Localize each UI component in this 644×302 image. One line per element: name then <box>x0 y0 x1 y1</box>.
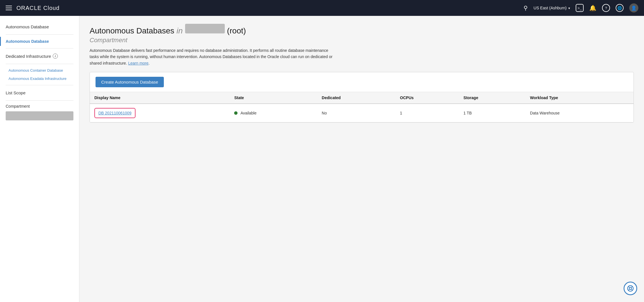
col-state: State <box>230 92 317 104</box>
workload-type-label: Data Warehouse <box>530 111 560 115</box>
svg-line-3 <box>631 286 632 288</box>
main-content: Autonomous Databases in (root) Compartme… <box>79 16 644 302</box>
globe-icon[interactable]: 🌐 <box>616 4 624 12</box>
chevron-down-icon <box>568 6 570 10</box>
container-db-label: Autonomous Container Database <box>9 68 63 73</box>
bell-icon[interactable]: 🔔 <box>589 5 596 11</box>
lifebuoy-icon <box>627 285 634 292</box>
table-row: DB 202110061009 Available No 1 1 TB <box>90 104 634 122</box>
sidebar-breadcrumb: Autonomous Database <box>0 22 79 32</box>
page-subtitle: Compartment <box>90 37 634 44</box>
card-toolbar: Create Autonomous Database <box>90 72 634 92</box>
sidebar-divider-5 <box>6 100 73 101</box>
page-title: Autonomous Databases <box>90 26 174 35</box>
compartment-pill <box>185 24 225 33</box>
compartment-selector[interactable] <box>6 111 73 120</box>
help-icon[interactable]: ? <box>602 4 610 12</box>
col-storage: Storage <box>459 92 526 104</box>
table-header: Display Name State Dedicated OCPUs Stora… <box>90 92 634 104</box>
page-description: Autonomous Database delivers fast perfor… <box>90 47 333 66</box>
sidebar-divider-3 <box>6 64 73 64</box>
sidebar-active-label: Autonomous Database <box>6 39 49 44</box>
sidebar-item-exadata[interactable]: Autonomous Exadata Infrastructure <box>0 75 79 83</box>
col-display-name: Display Name <box>90 92 230 104</box>
dedicated-label: Dedicated Infrastructure <box>6 54 51 59</box>
list-scope-label: List Scope <box>6 90 26 95</box>
content-card: Create Autonomous Database Display Name … <box>90 72 634 123</box>
page-title-in: in <box>177 26 183 35</box>
cell-ocpus: 1 <box>395 104 459 122</box>
sidebar-divider-2 <box>6 48 73 48</box>
description-text: Autonomous Database delivers fast perfor… <box>90 48 332 65</box>
sidebar-divider-4 <box>6 85 73 85</box>
cell-workload-type: Data Warehouse <box>526 104 634 122</box>
exadata-label: Autonomous Exadata Infrastructure <box>9 76 67 81</box>
terminal-icon[interactable]: >_ <box>576 4 584 12</box>
table-body: DB 202110061009 Available No 1 1 TB <box>90 104 634 122</box>
compartment-label: Compartment <box>0 103 79 110</box>
region-label: US East (Ashburn) <box>533 6 567 10</box>
sidebar-dedicated-section: Dedicated Infrastructure i <box>0 51 79 61</box>
status-cell: Available <box>234 111 313 115</box>
svg-point-1 <box>629 287 632 290</box>
search-icon[interactable]: ⚲ <box>524 5 528 11</box>
hamburger-menu[interactable] <box>6 6 12 10</box>
cell-storage: 1 TB <box>459 104 526 122</box>
col-dedicated: Dedicated <box>317 92 395 104</box>
db-link-cell: DB 202110061009 <box>94 108 135 118</box>
create-autonomous-database-button[interactable]: Create Autonomous Database <box>96 77 164 87</box>
cell-state: Available <box>230 104 317 122</box>
learn-more-link[interactable]: Learn more <box>128 61 149 65</box>
status-dot <box>234 111 238 115</box>
page-title-row: Autonomous Databases in (root) <box>90 24 634 35</box>
cell-display-name: DB 202110061009 <box>90 104 230 122</box>
svg-line-4 <box>631 289 632 290</box>
status-label: Available <box>240 111 257 115</box>
user-avatar[interactable]: 👤 <box>629 3 638 12</box>
db-link[interactable]: DB 202110061009 <box>98 111 132 115</box>
page-title-root: (root) <box>227 26 246 35</box>
sidebar: Autonomous Database Autonomous Database … <box>0 16 79 302</box>
help-fab-button[interactable] <box>624 282 637 295</box>
sidebar-item-autonomous-database[interactable]: Autonomous Database <box>0 37 79 46</box>
sidebar-item-container-database[interactable]: Autonomous Container Database <box>0 66 79 75</box>
top-navigation: ORACLE Cloud ⚲ US East (Ashburn) >_ 🔔 ? … <box>0 0 644 16</box>
oracle-logo: ORACLE Cloud <box>16 5 60 11</box>
autonomous-database-table: Display Name State Dedicated OCPUs Stora… <box>90 92 634 122</box>
page-header: Autonomous Databases in (root) Compartme… <box>90 24 634 66</box>
region-selector[interactable]: US East (Ashburn) <box>533 6 570 10</box>
col-ocpus: OCPUs <box>395 92 459 104</box>
cloud-wordmark: Cloud <box>43 5 60 11</box>
info-icon[interactable]: i <box>53 54 58 59</box>
list-scope-section: List Scope <box>0 88 79 98</box>
col-workload-type: Workload Type <box>526 92 634 104</box>
sidebar-divider-1 <box>6 34 73 35</box>
svg-line-5 <box>628 289 630 290</box>
oracle-wordmark: ORACLE <box>16 5 41 11</box>
cell-dedicated: No <box>317 104 395 122</box>
svg-line-2 <box>628 286 630 288</box>
